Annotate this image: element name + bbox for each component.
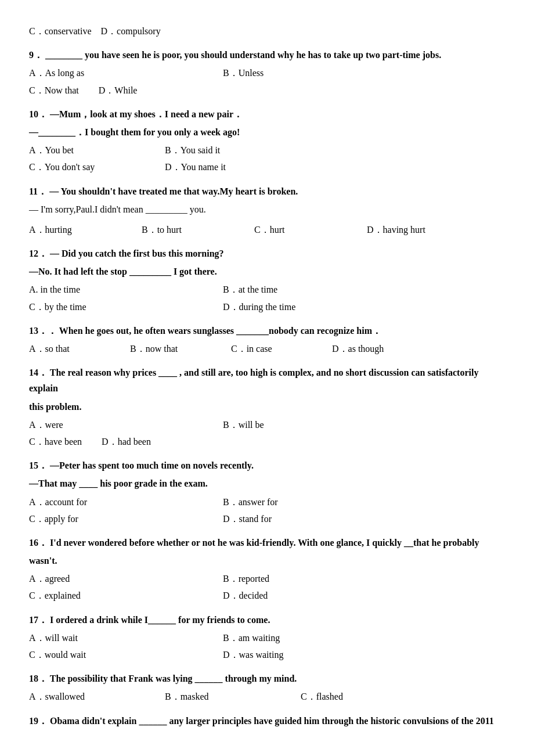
- q10-option-c: C．You don't say: [29, 159, 145, 175]
- q17-option-d: D．was waiting: [223, 647, 283, 663]
- q14-text: 14． The real reason why prices ____ , an…: [29, 365, 505, 396]
- q14-options-row2: C．have been D．had been: [29, 434, 505, 449]
- question-15: 15． —Peter has spent too much time on no…: [29, 458, 505, 527]
- q12-options-row1: A. in the time B．at the time: [29, 282, 505, 297]
- question-14: 14． The real reason why prices ____ , an…: [29, 365, 505, 449]
- header-options-text: C．conservative D．compulsory: [29, 26, 161, 36]
- q10-option-b: B．You said it: [165, 142, 220, 158]
- q14-options-row1: A．were B．will be: [29, 417, 505, 433]
- q9-options-row2: C．Now that D．While: [29, 82, 505, 98]
- q15-option-b: B．answer for: [223, 494, 278, 510]
- q17-options-row1: A．will wait B．am waiting: [29, 630, 505, 646]
- q16-option-d: D．decided: [223, 588, 268, 603]
- question-13: 13．． When he goes out, he often wears su…: [29, 323, 505, 357]
- q17-text: 17． I ordered a drink while I______ for …: [29, 612, 505, 628]
- q11-options-row: A．hurting B．to hurt C．hurt D．having hurt: [29, 222, 505, 237]
- q11-dialogue2-line: — I'm sorry,Paul.I didn't mean _________…: [29, 201, 505, 217]
- question-10: 10． —Mum，look at my shoes．I need a new p…: [29, 106, 505, 175]
- q12-option-c: C．by the time: [29, 299, 203, 315]
- q10-option-d: D．You name it: [165, 159, 226, 175]
- q9-option-d: D．While: [99, 82, 138, 98]
- q10-dialogue1: 10． —Mum，look at my shoes．I need a new p…: [29, 106, 505, 122]
- q11-option-d: D．having hurt: [367, 222, 425, 237]
- q15-option-a: A．account for: [29, 494, 203, 510]
- q18-option-b: B．masked: [165, 689, 281, 704]
- q9-option-c: C．Now that: [29, 82, 79, 98]
- q10-dialogue2: —________．I bought them for you only a w…: [29, 124, 505, 140]
- q17-option-a: A．will wait: [29, 630, 203, 646]
- q16-option-c: C．explained: [29, 588, 203, 603]
- q16-text: 16． I'd never wondered before whether or…: [29, 535, 505, 550]
- question-11: 11． — You shouldn't have treated me that…: [29, 183, 505, 238]
- q14-continuation: this problem.: [29, 399, 505, 415]
- q15-option-c: C．apply for: [29, 511, 203, 527]
- q13-option-b: B．now that: [130, 341, 211, 357]
- q18-option-a: A．swallowed: [29, 689, 145, 704]
- q16-option-a: A．agreed: [29, 571, 203, 586]
- q12-option-a: A. in the time: [29, 282, 203, 297]
- q12-dialogue2: —No. It had left the stop _________ I go…: [29, 264, 505, 279]
- q18-options-row: A．swallowed B．masked C．flashed: [29, 689, 505, 704]
- q11-option-c: C．hurt: [254, 222, 347, 237]
- q11-option-b: B．to hurt: [142, 222, 234, 237]
- q13-text: 13．． When he goes out, he often wears su…: [29, 323, 505, 339]
- q15-options-row1: A．account for B．answer for: [29, 494, 505, 510]
- q16-options-row1: A．agreed B．reported: [29, 571, 505, 586]
- q9-options-row1: A．As long as B．Unless: [29, 65, 505, 81]
- q15-dialogue1: 15． —Peter has spent too much time on no…: [29, 458, 505, 473]
- q11-option-a: A．hurting: [29, 222, 122, 237]
- q9-option-a: A．As long as: [29, 65, 203, 81]
- question-16: 16． I'd never wondered before whether or…: [29, 535, 505, 604]
- q15-dialogue2: —That may ____ his poor grade in the exa…: [29, 476, 505, 491]
- q12-option-b: B．at the time: [223, 282, 277, 297]
- question-9: 9． ________ you have seen he is poor, yo…: [29, 47, 505, 98]
- q10-options-row2: C．You don't say D．You name it: [29, 159, 505, 175]
- q12-option-d: D．during the time: [223, 299, 295, 315]
- q14-option-c: C．have been: [29, 434, 82, 449]
- question-12: 12． — Did you catch the first bus this m…: [29, 246, 505, 315]
- q19-text: 19． Obama didn't explain ______ any larg…: [29, 713, 505, 729]
- q13-option-d: D．as though: [332, 341, 384, 357]
- q13-option-a: A．so that: [29, 341, 110, 357]
- q12-options-row2: C．by the time D．during the time: [29, 299, 505, 315]
- q9-text: 9． ________ you have seen he is poor, yo…: [29, 47, 505, 63]
- question-18: 18． The possibility that Frank was lying…: [29, 671, 505, 704]
- q11-dialogue2: — I'm sorry,Paul.I didn't mean _________…: [29, 204, 206, 214]
- q16-option-b: B．reported: [223, 571, 269, 586]
- q17-options-row2: C．would wait D．was waiting: [29, 647, 505, 663]
- q11-dialogue1: 11． — You shouldn't have treated me that…: [29, 183, 505, 199]
- q10-option-a: A．You bet: [29, 142, 145, 158]
- q12-dialogue1: 12． — Did you catch the first bus this m…: [29, 246, 505, 261]
- q9-option-b: B．Unless: [223, 65, 264, 81]
- q13-option-c: C．in case: [231, 341, 312, 357]
- q13-options-row: A．so that B．now that C．in case D．as thou…: [29, 341, 505, 357]
- q14-option-a: A．were: [29, 417, 203, 433]
- question-17: 17． I ordered a drink while I______ for …: [29, 612, 505, 663]
- q10-options-row1: A．You bet B．You said it: [29, 142, 505, 158]
- q14-option-b: B．will be: [223, 417, 264, 433]
- q16-continuation: wasn't.: [29, 553, 505, 568]
- q17-option-c: C．would wait: [29, 647, 203, 663]
- q15-options-row2: C．apply for D．stand for: [29, 511, 505, 527]
- q17-option-b: B．am waiting: [223, 630, 280, 646]
- question-19: 19． Obama didn't explain ______ any larg…: [29, 713, 505, 729]
- header-options-row: C．conservative D．compulsory: [29, 23, 505, 39]
- page-content: C．conservative D．compulsory 9． ________ …: [29, 23, 505, 729]
- q18-option-c: C．flashed: [301, 689, 343, 704]
- q16-options-row2: C．explained D．decided: [29, 588, 505, 603]
- q18-text: 18． The possibility that Frank was lying…: [29, 671, 505, 686]
- q14-option-d: D．had been: [102, 434, 151, 449]
- q15-option-d: D．stand for: [223, 511, 272, 527]
